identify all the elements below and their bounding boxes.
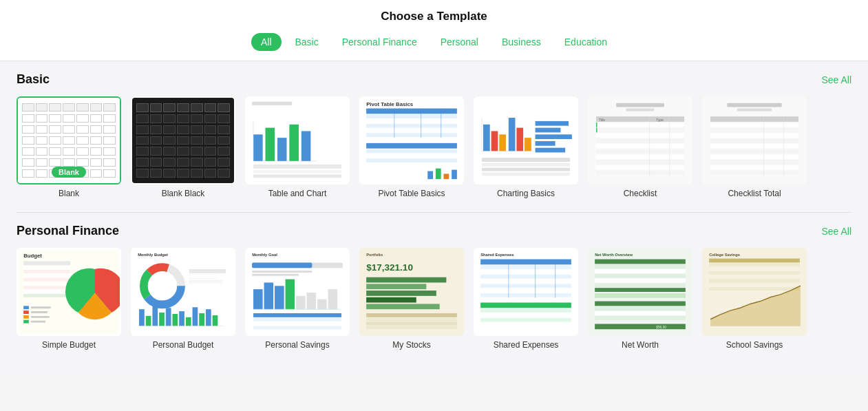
svg-rect-79 <box>710 149 798 154</box>
svg-rect-34 <box>491 131 498 151</box>
svg-rect-94 <box>23 286 70 289</box>
basic-templates-row: Blank Blank <box>17 96 851 198</box>
svg-rect-14 <box>366 109 457 114</box>
template-blank-black-thumb <box>131 96 235 185</box>
svg-rect-89 <box>23 266 70 269</box>
template-personal-savings-thumb: Monthly Goal <box>245 248 350 336</box>
svg-rect-61 <box>596 138 684 143</box>
template-shared-expenses-thumb: Shared Expenses <box>474 248 578 336</box>
basic-section-title: Basic <box>17 72 50 87</box>
svg-text:College Savings: College Savings <box>709 253 740 257</box>
svg-rect-202 <box>709 287 800 291</box>
tab-personal[interactable]: Personal <box>431 33 488 51</box>
svg-rect-18 <box>366 129 457 133</box>
svg-rect-181 <box>595 269 686 273</box>
svg-rect-152 <box>366 291 436 296</box>
template-blank-black[interactable]: Blank Black <box>131 96 235 198</box>
svg-rect-137 <box>286 280 295 310</box>
svg-rect-100 <box>23 315 29 319</box>
svg-rect-66 <box>596 165 684 170</box>
svg-rect-167 <box>480 288 571 293</box>
template-table-chart[interactable]: Table and Chart <box>245 96 350 198</box>
svg-rect-17 <box>366 124 457 128</box>
svg-rect-33 <box>483 125 490 151</box>
svg-rect-172 <box>480 303 571 308</box>
template-personal-budget[interactable]: Monthly Budget <box>131 248 235 350</box>
tab-all[interactable]: All <box>251 33 282 51</box>
svg-rect-15 <box>366 114 457 118</box>
template-blank[interactable]: Blank Blank <box>17 96 121 198</box>
tab-business[interactable]: Business <box>492 33 551 51</box>
svg-rect-65 <box>596 160 684 165</box>
tab-education[interactable]: Education <box>555 33 617 51</box>
basic-see-all[interactable]: See All <box>821 74 851 85</box>
svg-rect-173 <box>480 308 571 313</box>
svg-rect-72 <box>737 109 772 112</box>
svg-rect-114 <box>189 280 222 284</box>
svg-rect-19 <box>366 133 457 137</box>
svg-rect-101 <box>23 320 29 324</box>
svg-rect-82 <box>710 165 798 170</box>
svg-rect-35 <box>499 134 506 151</box>
svg-text:Monthly Budget: Monthly Budget <box>138 253 168 257</box>
svg-text:Pivot Table Basics: Pivot Table Basics <box>366 101 413 107</box>
template-simple-budget-thumb: Budget <box>17 248 121 336</box>
svg-rect-42 <box>536 141 555 146</box>
template-personal-savings[interactable]: Monthly Goal <box>245 248 350 350</box>
svg-rect-88 <box>23 261 70 265</box>
template-pivot-table[interactable]: Pivot Table Basics <box>359 96 464 198</box>
template-my-stocks[interactable]: Portfolio $17,321.10 <box>359 248 464 350</box>
content-area: Basic See All <box>0 61 868 375</box>
template-shared-expenses[interactable]: Shared Expenses <box>474 248 578 350</box>
svg-rect-113 <box>189 275 216 279</box>
template-blank-black-label: Blank Black <box>162 189 205 198</box>
template-school-savings[interactable]: College Savings <box>702 248 807 350</box>
template-net-worth-label: Net Worth <box>622 340 659 350</box>
svg-text:Title: Title <box>599 118 605 122</box>
tab-basic[interactable]: Basic <box>286 33 328 51</box>
svg-rect-139 <box>307 293 317 309</box>
svg-rect-81 <box>710 160 798 165</box>
basic-section: Basic See All <box>17 72 851 198</box>
svg-rect-126 <box>213 315 218 326</box>
svg-rect-102 <box>31 306 51 308</box>
svg-rect-190 <box>595 316 686 320</box>
svg-rect-119 <box>166 308 171 326</box>
svg-rect-31 <box>452 170 457 180</box>
svg-rect-166 <box>480 284 571 288</box>
svg-rect-37 <box>516 128 523 151</box>
basic-templates-wrapper: Blank Blank <box>17 96 851 198</box>
pf-templates-row: Budget <box>17 248 851 350</box>
svg-rect-62 <box>596 144 684 149</box>
personal-finance-section-header: Personal Finance See All <box>17 224 851 238</box>
svg-rect-25 <box>366 154 457 158</box>
template-checklist[interactable]: Title Type <box>588 96 692 198</box>
template-net-worth[interactable]: Net Worth Overview <box>588 248 692 350</box>
svg-rect-41 <box>536 134 572 139</box>
svg-rect-158 <box>366 326 457 329</box>
tab-bar: All Basic Personal Finance Personal Busi… <box>0 30 868 54</box>
section-divider <box>17 212 851 213</box>
svg-rect-116 <box>146 316 151 326</box>
template-checklist-total-label: Checklist Total <box>728 189 781 198</box>
template-checklist-total[interactable]: Checklist Total <box>702 96 807 198</box>
svg-text:Shared Expenses: Shared Expenses <box>480 253 514 257</box>
svg-rect-143 <box>253 313 341 317</box>
svg-rect-5 <box>289 125 299 161</box>
svg-rect-191 <box>595 324 686 330</box>
template-checklist-thumb: Title Type <box>588 96 692 185</box>
svg-text:Net Worth Overview: Net Worth Overview <box>595 253 633 257</box>
svg-rect-47 <box>482 163 570 167</box>
template-charting-basics[interactable]: Charting Basics <box>474 96 578 198</box>
template-simple-budget[interactable]: Budget <box>17 248 121 350</box>
svg-rect-176 <box>480 323 571 327</box>
svg-text:Budget: Budget <box>23 253 42 259</box>
personal-finance-see-all[interactable]: See All <box>821 226 851 237</box>
svg-rect-132 <box>252 271 312 273</box>
svg-rect-52 <box>626 109 655 112</box>
svg-rect-73 <box>710 116 798 122</box>
svg-rect-28 <box>427 171 433 180</box>
template-pivot-table-thumb: Pivot Table Basics <box>359 96 464 185</box>
template-table-chart-label: Table and Chart <box>268 189 327 198</box>
tab-personal-finance[interactable]: Personal Finance <box>332 33 427 51</box>
